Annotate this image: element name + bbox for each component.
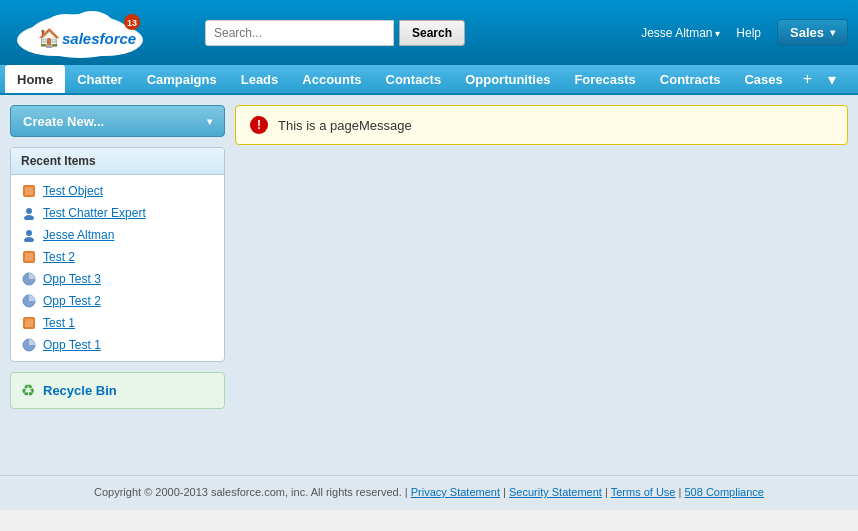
sidebar: Create New... ▾ Recent Items Test Object…	[10, 105, 225, 465]
nav-item-accounts[interactable]: Accounts	[290, 65, 373, 93]
recent-item-opp-test1[interactable]: Opp Test 1	[11, 334, 224, 356]
test-chatter-icon	[21, 205, 37, 221]
opp-test1-link[interactable]: Opp Test 1	[43, 338, 101, 352]
svg-point-14	[24, 237, 34, 242]
search-button[interactable]: Search	[399, 20, 465, 46]
test1-link[interactable]: Test 1	[43, 316, 75, 330]
recent-item-opp-test3[interactable]: Opp Test 3	[11, 268, 224, 290]
jesse-link[interactable]: Jesse Altman	[43, 228, 114, 242]
security-statement-link[interactable]: Security Statement	[509, 486, 602, 498]
svg-rect-20	[25, 319, 33, 327]
nav-item-contacts[interactable]: Contacts	[374, 65, 454, 93]
nav-item-leads[interactable]: Leads	[229, 65, 291, 93]
recent-items-header: Recent Items	[11, 148, 224, 175]
svg-text:🏠: 🏠	[38, 27, 61, 49]
recent-item-jesse[interactable]: Jesse Altman	[11, 224, 224, 246]
nav-more-button[interactable]: +	[795, 65, 820, 93]
nav-item-forecasts[interactable]: Forecasts	[562, 65, 647, 93]
nav-dropdown-button[interactable]: ▾	[820, 65, 844, 93]
app-selector-arrow-icon: ▾	[830, 27, 835, 38]
nav-item-opportunities[interactable]: Opportunities	[453, 65, 562, 93]
page-message-error-icon: !	[250, 116, 268, 134]
test2-icon	[21, 249, 37, 265]
search-input[interactable]	[205, 20, 394, 46]
recent-items-list: Test Object Test Chatter Expert Jesse Al…	[11, 175, 224, 361]
page-footer: Copyright © 2000-2013 salesforce.com, in…	[0, 475, 858, 510]
logo-area: 🏠 salesforce 13	[10, 8, 195, 58]
help-link[interactable]: Help	[736, 26, 761, 40]
page-content: ! This is a pageMessage	[235, 105, 848, 465]
opp-test3-icon	[21, 271, 37, 287]
jesse-icon	[21, 227, 37, 243]
test-object-link[interactable]: Test Object	[43, 184, 103, 198]
opp-test2-link[interactable]: Opp Test 2	[43, 294, 101, 308]
svg-point-12	[24, 215, 34, 220]
nav-item-cases[interactable]: Cases	[732, 65, 794, 93]
terms-of-use-link[interactable]: Terms of Use	[611, 486, 676, 498]
opp-test2-icon	[21, 293, 37, 309]
test-object-icon	[21, 183, 37, 199]
user-name-link[interactable]: Jesse Altman	[641, 26, 720, 40]
recent-items-panel: Recent Items Test Object Test Chatter Ex…	[10, 147, 225, 362]
recycle-bin-icon: ♻	[21, 381, 35, 400]
compliance-link[interactable]: 508 Compliance	[684, 486, 764, 498]
user-area: Jesse Altman Help Sales ▾	[641, 19, 848, 46]
svg-text:salesforce: salesforce	[62, 30, 136, 47]
recent-item-test1[interactable]: Test 1	[11, 312, 224, 334]
recent-item-test-chatter[interactable]: Test Chatter Expert	[11, 202, 224, 224]
opp-test1-icon	[21, 337, 37, 353]
main-nav: Home Chatter Campaigns Leads Accounts Co…	[0, 65, 858, 95]
nav-item-home[interactable]: Home	[5, 65, 65, 93]
test1-icon	[21, 315, 37, 331]
svg-point-11	[26, 208, 32, 214]
privacy-statement-link[interactable]: Privacy Statement	[411, 486, 500, 498]
recycle-bin-button[interactable]: ♻ Recycle Bin	[10, 372, 225, 409]
create-new-arrow-icon: ▾	[207, 116, 212, 127]
search-area: Search	[205, 20, 465, 46]
app-header: 🏠 salesforce 13 Search Jesse Altman Help…	[0, 0, 858, 65]
page-message-banner: ! This is a pageMessage	[235, 105, 848, 145]
test2-link[interactable]: Test 2	[43, 250, 75, 264]
main-content: Create New... ▾ Recent Items Test Object…	[0, 95, 858, 475]
footer-copyright: Copyright © 2000-2013 salesforce.com, in…	[94, 486, 402, 498]
nav-item-chatter[interactable]: Chatter	[65, 65, 135, 93]
create-new-button[interactable]: Create New... ▾	[10, 105, 225, 137]
nav-item-contracts[interactable]: Contracts	[648, 65, 733, 93]
svg-rect-16	[25, 253, 33, 261]
app-selector-button[interactable]: Sales ▾	[777, 19, 848, 46]
recent-item-opp-test2[interactable]: Opp Test 2	[11, 290, 224, 312]
svg-rect-10	[25, 187, 33, 195]
salesforce-logo: 🏠 salesforce 13	[10, 8, 150, 58]
nav-item-campaigns[interactable]: Campaigns	[135, 65, 229, 93]
svg-point-13	[26, 230, 32, 236]
page-message-text: This is a pageMessage	[278, 118, 412, 133]
svg-text:13: 13	[127, 18, 137, 28]
recent-item-test2[interactable]: Test 2	[11, 246, 224, 268]
recent-item-test-object[interactable]: Test Object	[11, 180, 224, 202]
create-new-label: Create New...	[23, 114, 104, 129]
opp-test3-link[interactable]: Opp Test 3	[43, 272, 101, 286]
recycle-bin-label: Recycle Bin	[43, 383, 117, 398]
test-chatter-link[interactable]: Test Chatter Expert	[43, 206, 146, 220]
app-selector-label: Sales	[790, 25, 824, 40]
